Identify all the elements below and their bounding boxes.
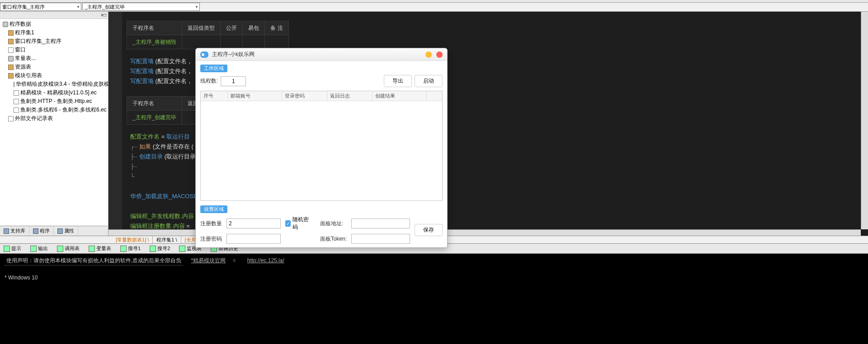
code-token: 取运行目	[166, 133, 190, 140]
page-icon	[14, 107, 19, 113]
tree-item[interactable]: 华侨精绘皮肤模块3.4 - 华侨精绘皮肤模块	[1, 80, 107, 88]
close-icon[interactable]	[436, 51, 443, 58]
settings-section-tag: 设置区域	[200, 205, 227, 213]
tool-icon	[4, 246, 10, 252]
random-password-checkbox[interactable]: ✓	[285, 220, 291, 227]
sidebar-tabs[interactable]: 支持库程序属性	[0, 226, 108, 236]
db-icon	[3, 22, 8, 27]
th-note: 备 注	[265, 21, 288, 35]
code-token: (文件是否存在 (	[151, 143, 193, 150]
project-dropdown[interactable]: 窗口程序集_主程序	[0, 3, 81, 11]
tool-icon	[179, 246, 185, 252]
tool-icon	[89, 246, 95, 252]
code-token: 写配置项	[130, 58, 154, 65]
reg-pass-label: 注册密码	[200, 235, 222, 243]
tree-item[interactable]: 资源表	[1, 63, 107, 71]
panel-addr-label: 面板地址:	[320, 220, 347, 228]
tree-item[interactable]: 窗口	[1, 46, 107, 54]
grid-column-header[interactable]: 邮箱账号	[228, 91, 282, 101]
tool-btn[interactable]: 搜寻2	[148, 245, 172, 252]
code-token: 配置文件名	[130, 133, 161, 140]
sidebar-tab[interactable]: 属性	[54, 226, 78, 236]
minimize-icon[interactable]	[425, 51, 432, 58]
tool-btn[interactable]: 输出	[28, 245, 50, 252]
tree-item[interactable]: 外部文件记录表	[1, 114, 107, 123]
data-grid[interactable]: 序号邮箱账号登录密码返回日志创建结果	[200, 91, 443, 201]
tree-item[interactable]: 常量表...	[1, 54, 107, 63]
page-icon	[14, 99, 19, 104]
project-tree[interactable]: 程序数据程序集1窗口程序集_主程序窗口常量表...资源表模块引用表华侨精绘皮肤模…	[0, 19, 108, 226]
th-sub-name: 子程序名	[127, 21, 182, 35]
procedure-dropdown[interactable]: _主程序_创建完毕	[82, 3, 200, 11]
tool-icon	[57, 246, 63, 252]
tool-icon	[30, 246, 37, 252]
code-token: 编辑框注册数量.内容	[130, 223, 186, 229]
code-token: 写配置项	[130, 78, 154, 84]
app-logo-icon	[200, 51, 208, 58]
tool-btn[interactable]: 变量表	[87, 245, 113, 252]
threads-input[interactable]	[221, 76, 246, 86]
tab-icon	[4, 228, 9, 234]
sidebar-close-bar[interactable]: ×□	[0, 12, 108, 19]
console-link-label[interactable]: *精易模块官网	[191, 257, 226, 264]
th-yibao: 易包	[243, 21, 265, 35]
doc-tab[interactable]: 程序集1 \	[153, 236, 181, 243]
tree-item[interactable]: 精易模块 - 精易模块[v11.0.5].ec	[1, 88, 107, 97]
tree-item-label: 常量表...	[15, 55, 36, 62]
save-button[interactable]: 保存	[415, 224, 443, 236]
panel-token-label: 面板Token:	[320, 235, 347, 243]
panel-addr-input[interactable]	[351, 218, 410, 228]
tree-item[interactable]: 鱼刺类.HTTP - 鱼刺类.Http.ec	[1, 97, 107, 106]
tree-item[interactable]: 鱼刺类.多线程6 - 鱼刺类.多线程6.ec	[1, 106, 107, 114]
tree-item[interactable]: 程序数据	[1, 20, 107, 28]
tool-icon	[150, 246, 156, 252]
reg-pass-input[interactable]	[226, 234, 281, 244]
tree-item-label: 精易模块 - 精易模块[v11.0.5].ec	[20, 89, 97, 97]
folder-icon	[8, 39, 14, 44]
td: _主程序_创建完毕	[127, 111, 182, 125]
db-icon	[8, 56, 14, 61]
page-icon	[8, 116, 14, 121]
grid-column-header[interactable]: 登录密码	[282, 91, 327, 101]
tree-item[interactable]: 窗口程序集_主程序	[1, 37, 107, 46]
console-link-url[interactable]: http://ec.125.la/	[247, 257, 284, 264]
grid-column-header[interactable]: 返回日志	[327, 91, 373, 101]
tree-item-label: 鱼刺类.多线程6 - 鱼刺类.多线程6.ec	[20, 106, 107, 114]
grid-column-header[interactable]: 序号	[201, 91, 228, 101]
subroutine-table-1: 子程序名 返回值类型 公开 易包 备 注 _主程序_将被销毁	[127, 21, 289, 49]
threads-label: 线程数:	[200, 77, 218, 85]
panel-token-input[interactable]	[351, 234, 410, 244]
doc-tab[interactable]: [常量数据表1] \	[112, 236, 153, 243]
page-icon	[8, 47, 14, 53]
page-icon	[14, 90, 19, 96]
tree-item[interactable]: 程序集1	[1, 28, 107, 37]
code-token: =	[161, 133, 166, 140]
th-public: 公开	[221, 21, 243, 35]
code-token: (配置文件名，	[154, 58, 193, 65]
sidebar-tab[interactable]: 程序	[29, 226, 54, 236]
subroutine-table-2: 子程序名返回 _主程序_创建完毕	[127, 96, 204, 125]
tool-btn[interactable]: 搜寻1	[118, 245, 142, 252]
tool-btn[interactable]: 调用表	[55, 245, 81, 252]
tree-item[interactable]: 模块引用表	[1, 71, 107, 80]
grid-column-header[interactable]: 创建结果	[373, 91, 427, 101]
export-button[interactable]: 导出	[384, 75, 412, 87]
code-token: 华侨_加载皮肤_MACOSD白	[130, 193, 204, 200]
sidebar-tab[interactable]: 支持库	[0, 226, 29, 236]
code-token: 写配置项	[130, 68, 154, 74]
code-token: 编辑框_并发线程数.内容	[130, 213, 195, 219]
tool-btn[interactable]: 提示	[2, 245, 23, 252]
dialog-titlebar[interactable]: 主程序-小k娱乐网	[196, 48, 447, 61]
tree-item-label: 模块引用表	[15, 72, 42, 79]
reg-count-input[interactable]	[226, 218, 281, 228]
tool-icon	[120, 246, 127, 252]
tree-item-label: 鱼刺类.HTTP - 鱼刺类.Http.ec	[20, 98, 92, 105]
th: 子程序名	[127, 97, 182, 111]
output-console[interactable]: 使用声明：请勿使用本模块编写有损他人利益的软件,造成的后果全部自负 *精易模块官…	[0, 254, 868, 344]
tree-item-label: 华侨精绘皮肤模块3.4 - 华侨精绘皮肤模块	[16, 80, 108, 88]
vertical-scrollbar[interactable]	[861, 12, 868, 229]
folder-icon	[8, 30, 14, 36]
start-button[interactable]: 启动	[415, 75, 443, 87]
folder-icon	[8, 73, 14, 79]
code-token: (配置文件名，	[154, 78, 193, 84]
